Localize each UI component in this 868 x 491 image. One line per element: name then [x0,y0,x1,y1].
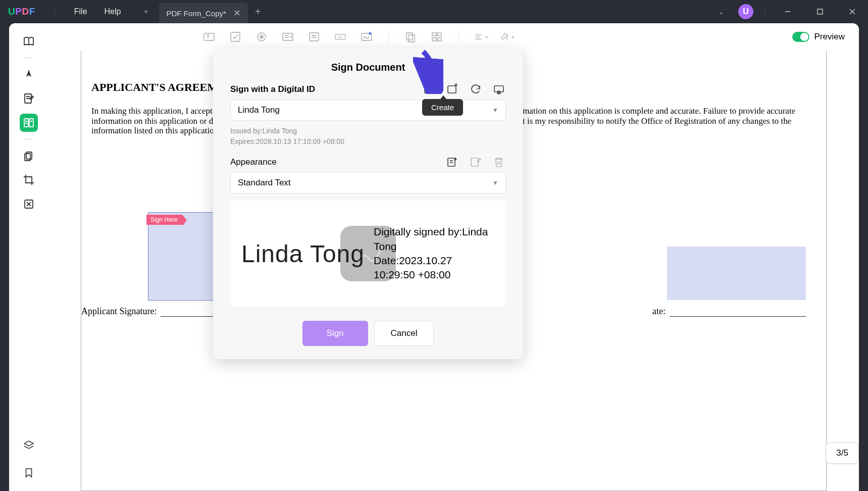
svg-rect-31 [432,33,436,36]
close-button[interactable] [841,0,864,23]
tab-close-icon[interactable]: ✕ [233,8,241,19]
sidebar-reader-icon[interactable] [20,32,38,51]
menu-help[interactable]: Help [105,7,121,16]
new-tab-button[interactable]: + [248,0,268,23]
svg-text:OK: OK [338,35,343,39]
button-icon[interactable]: OK [333,29,348,44]
cancel-button[interactable]: Cancel [374,321,434,346]
left-sidebar [9,23,48,491]
distribute-icon[interactable] [429,29,444,44]
svg-rect-16 [204,33,214,40]
digital-id-value: Linda Tong [238,105,280,115]
date-label: ate: [652,306,806,317]
sidebar-divider [25,139,32,139]
maximize-button[interactable] [808,0,832,23]
radio-icon[interactable] [254,29,269,44]
svg-rect-29 [406,33,413,40]
chevron-down-icon: ▼ [492,107,498,114]
sign-with-label: Sign with a Digital ID [230,84,315,94]
digital-id-select[interactable]: Linda Tong ▼ [230,100,506,121]
preview-toggle[interactable] [792,32,809,42]
signature-icon[interactable] [359,29,374,44]
appearance-select[interactable]: Standard Text ▼ [230,172,506,193]
appearance-label: Appearance [230,157,277,167]
align-icon[interactable]: ▾ [473,29,488,44]
sidebar-redact-icon[interactable] [20,195,38,213]
sidebar-layers-icon[interactable] [20,436,38,455]
sign-here-tag: Sign Here [146,215,182,225]
new-appearance-icon[interactable] [445,155,459,169]
modal-title: Sign Document [230,62,506,73]
toolbar-divider [388,30,389,43]
appearance-value: Standard Text [238,178,291,188]
minimize-button[interactable] [776,0,799,23]
refresh-icon[interactable] [469,82,483,96]
sidebar-organize-icon[interactable] [20,146,38,165]
app-logo: UPDF [8,6,35,17]
svg-rect-8 [24,119,28,127]
sign-button[interactable]: Sign [302,321,368,346]
toolbar-divider [458,30,459,43]
sidebar-crop-icon[interactable] [20,171,38,189]
tools-icon[interactable]: ▾ [499,29,515,44]
id-meta: Issued by:Linda Tong Expires:2028.10.13 … [230,126,506,147]
divider [55,6,55,17]
titlebar: UPDF File Help ▾ PDF Form_Copy* ✕ + ⌄ U [0,0,868,23]
preview-name: Linda Tong [241,240,365,268]
svg-rect-9 [29,119,33,127]
dropdown-icon[interactable] [280,29,295,44]
svg-rect-23 [310,33,319,41]
window-chevron-icon[interactable]: ⌄ [713,8,729,16]
svg-rect-51 [471,158,478,166]
svg-rect-42 [448,86,456,93]
sidebar-annotate-icon[interactable] [20,65,38,83]
date-field[interactable] [667,247,806,300]
sidebar-form-icon[interactable] [20,114,38,132]
annotation-arrow [413,48,443,94]
preview-label: Preview [814,32,845,42]
signature-preview: Linda Tong Digitally signed by:Linda Ton… [230,201,506,307]
form-toolbar: OK ▾ ▾ Preview [48,23,859,51]
menu-file[interactable]: File [74,7,87,16]
svg-point-45 [498,92,499,93]
svg-rect-33 [432,38,436,41]
sign-document-modal: Sign Document Sign with a Digital ID Lin… [213,48,523,359]
edit-appearance-icon[interactable] [469,155,483,169]
tab-title: PDF Form_Copy* [166,9,226,18]
tab-menu-chevron[interactable]: ▾ [139,0,159,23]
svg-rect-1 [818,9,823,14]
preview-info: Digitally signed by:Linda Tong Date:2023… [374,225,495,282]
svg-rect-34 [437,38,441,41]
chevron-down-icon: ▼ [492,179,498,186]
svg-rect-32 [437,33,441,36]
divider [764,6,765,17]
sidebar-bookmark-icon[interactable] [20,464,38,482]
delete-appearance-icon[interactable] [492,155,506,169]
svg-rect-46 [448,158,455,166]
checkbox-icon[interactable] [228,29,243,44]
view-id-icon[interactable] [492,82,506,96]
svg-rect-30 [409,35,415,42]
text-field-icon[interactable] [201,29,217,44]
copy-icon[interactable] [403,29,418,44]
svg-point-19 [260,35,263,38]
page-counter[interactable]: 3/5 [826,443,859,464]
listbox-icon[interactable] [307,29,322,44]
sidebar-edit-icon[interactable] [20,89,38,108]
create-tooltip: Create [422,99,463,116]
document-tab[interactable]: PDF Form_Copy* ✕ [159,3,247,23]
import-id-icon[interactable] [445,82,459,96]
user-avatar[interactable]: U [738,4,753,19]
sidebar-divider [25,58,32,58]
